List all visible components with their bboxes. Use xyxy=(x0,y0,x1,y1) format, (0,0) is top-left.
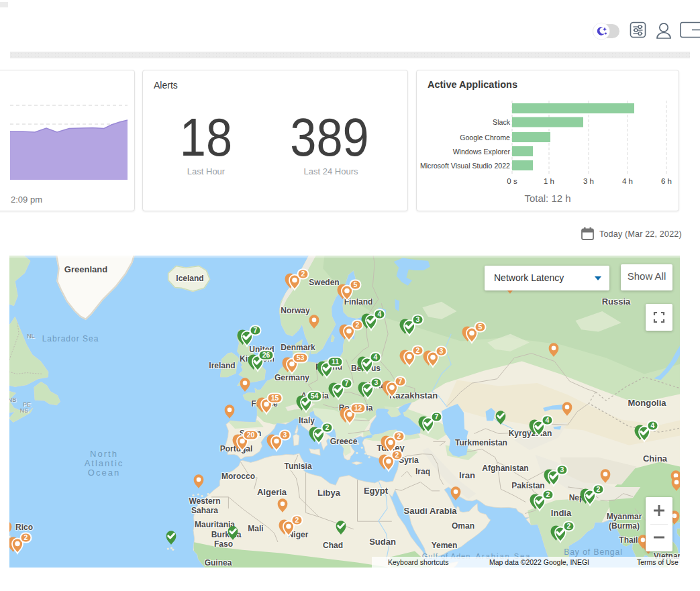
svg-text:Total: 12 h: Total: 12 h xyxy=(524,193,570,204)
svg-text:3: 3 xyxy=(440,347,444,355)
svg-text:2: 2 xyxy=(546,490,550,498)
svg-text:7: 7 xyxy=(435,413,439,421)
svg-text:3 h: 3 h xyxy=(583,177,594,185)
svg-text:5: 5 xyxy=(354,280,358,288)
svg-text:7: 7 xyxy=(254,326,258,334)
svg-text:3: 3 xyxy=(416,315,420,323)
svg-text:2: 2 xyxy=(326,423,330,431)
svg-text:2: 2 xyxy=(597,485,601,493)
svg-text:2: 2 xyxy=(24,533,28,541)
svg-text:Slack: Slack xyxy=(493,118,511,126)
svg-text:3: 3 xyxy=(374,378,379,386)
svg-text:4: 4 xyxy=(374,353,378,361)
svg-text:53: 53 xyxy=(297,354,305,362)
svg-text:26: 26 xyxy=(262,351,270,359)
svg-text:20: 20 xyxy=(247,431,255,439)
svg-text:2: 2 xyxy=(301,270,305,278)
svg-text:4: 4 xyxy=(546,416,550,424)
svg-text:15: 15 xyxy=(271,394,279,402)
svg-text:2: 2 xyxy=(397,432,401,440)
svg-text:12: 12 xyxy=(354,404,362,412)
svg-text:2: 2 xyxy=(356,321,360,329)
svg-text:2: 2 xyxy=(295,516,299,524)
svg-text:2: 2 xyxy=(395,451,399,459)
svg-text:7: 7 xyxy=(345,379,349,387)
svg-text:1 h: 1 h xyxy=(544,177,554,185)
svg-text:Windows Explorer: Windows Explorer xyxy=(453,148,511,156)
svg-text:2: 2 xyxy=(567,522,571,530)
svg-text:54: 54 xyxy=(311,392,319,400)
svg-text:Microsoft Visual Studio 2022: Microsoft Visual Studio 2022 xyxy=(420,162,510,170)
svg-text:7: 7 xyxy=(399,377,403,385)
svg-text:0 s: 0 s xyxy=(507,177,517,185)
svg-text:3: 3 xyxy=(283,431,287,439)
svg-text:4: 4 xyxy=(378,310,382,318)
svg-text:4 h: 4 h xyxy=(622,177,633,185)
svg-text:6 h: 6 h xyxy=(661,177,672,185)
svg-text:2: 2 xyxy=(416,346,420,354)
svg-text:4: 4 xyxy=(651,421,655,429)
svg-text:11: 11 xyxy=(332,358,339,366)
svg-text:Google Chrome: Google Chrome xyxy=(460,133,510,142)
svg-text:5: 5 xyxy=(479,323,483,331)
svg-text:3: 3 xyxy=(560,466,564,474)
